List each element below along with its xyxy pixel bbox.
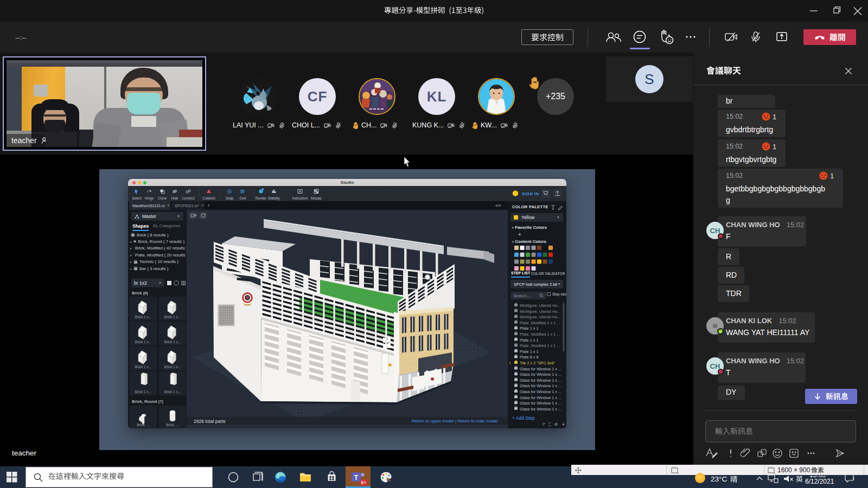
svg-text:!: !: [509, 361, 510, 365]
svg-text:SIGN IN: SIGN IN: [522, 191, 539, 196]
svg-text:Minifigure, Utensil Ho...: Minifigure, Utensil Ho...: [520, 309, 560, 314]
svg-text:Brick 1 x...: Brick 1 x...: [135, 390, 152, 394]
svg-text:Collision: Collision: [202, 196, 215, 200]
svg-text:Plate, Modified 1 x 1 ...: Plate, Modified 1 x 1 ...: [520, 332, 560, 337]
svg-text:Plate 1 x 1: Plate 1 x 1: [520, 338, 538, 343]
svg-text:Plate, Modified 1 x 1 ...: Plate, Modified 1 x 1 ...: [520, 320, 560, 325]
svg-text:Plate, Modified 1 x 1 ...: Plate, Modified 1 x 1 ...: [520, 343, 560, 348]
svg-text:Brick 1 x...: Brick 1 x...: [164, 315, 181, 319]
svg-text:Plate 1 x 1: Plate 1 x 1: [520, 349, 538, 354]
svg-text:Glass for Window 1 x ...: Glass for Window 1 x ...: [520, 383, 561, 388]
svg-text:Hinge: Hinge: [145, 196, 154, 201]
svg-text:Snap: Snap: [226, 196, 234, 201]
svg-text:Grid: Grid: [239, 196, 246, 200]
svg-text:Brick, ...: Brick, ...: [166, 423, 179, 427]
svg-text:Stability: Stability: [268, 196, 280, 201]
svg-text:Glass for Window 1 x ...: Glass for Window 1 x ...: [520, 372, 561, 377]
svg-text:Glass for Window 1 x ...: Glass for Window 1 x ...: [520, 389, 561, 394]
svg-text:Hide: Hide: [171, 196, 178, 200]
svg-text:Mosaic: Mosaic: [311, 196, 322, 200]
svg-text:Instruction: Instruction: [292, 196, 308, 200]
svg-text:Render: Render: [256, 196, 267, 200]
svg-text:Plate 1 x 1: Plate 1 x 1: [520, 326, 538, 331]
svg-text:Brick 1 x...: Brick 1 x...: [135, 365, 152, 369]
svg-text:Brick 1 x...: Brick 1 x...: [164, 340, 181, 344]
svg-text:Glass for Window 1 x ...: Glass for Window 1 x ...: [520, 395, 561, 400]
svg-text:Brick 1 x...: Brick 1 x...: [135, 340, 152, 344]
svg-text:Glass for Window 1 x ...: Glass for Window 1 x ...: [520, 378, 561, 383]
svg-text:Brick, Round (7): Brick, Round (7): [132, 399, 163, 404]
svg-text:Clone: Clone: [158, 196, 167, 200]
svg-text:Brick 1 x...: Brick 1 x...: [135, 315, 152, 319]
svg-text:Tile 2 x 2 "SPC 8x8": Tile 2 x 2 "SPC 8x8": [520, 361, 556, 365]
svg-text:Glass for Window 1 x ...: Glass for Window 1 x ...: [520, 401, 561, 406]
svg-text:Brick, ...: Brick, ...: [137, 423, 150, 427]
svg-text:Brick 1 x...: Brick 1 x...: [164, 365, 181, 369]
svg-text:Connect: Connect: [182, 196, 195, 200]
svg-text:Glass for Window 1 x ...: Glass for Window 1 x ...: [520, 367, 561, 371]
svg-text:Glass for Window 1 x ...: Glass for Window 1 x ...: [520, 407, 561, 412]
svg-text:Minifigure, Utensil Ho...: Minifigure, Utensil Ho...: [520, 303, 560, 308]
svg-text:Plate 8 x 8: Plate 8 x 8: [520, 355, 538, 359]
svg-text:T: T: [354, 474, 359, 481]
svg-text:Select: Select: [132, 196, 142, 200]
svg-text:Brick 1 x...: Brick 1 x...: [164, 390, 181, 394]
svg-text:Minifigure, Utensil Ho...: Minifigure, Utensil Ho...: [520, 314, 560, 319]
